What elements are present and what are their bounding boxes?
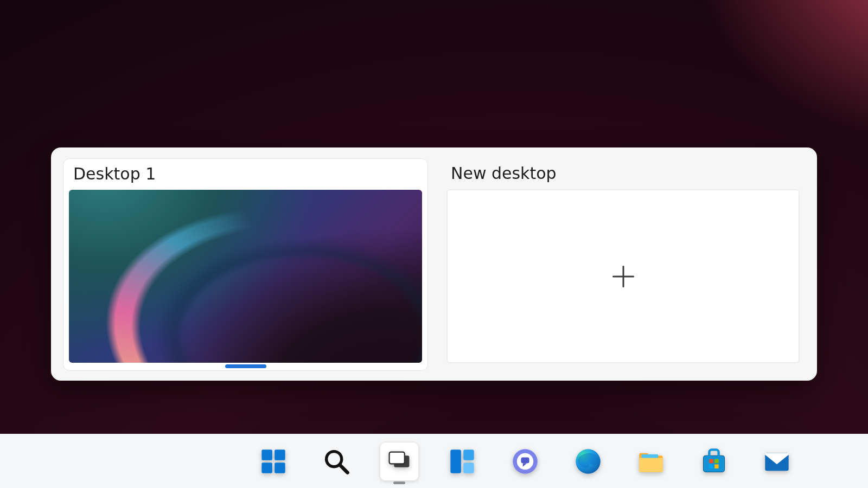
task-view-flyout: Desktop 1 New desktop (51, 147, 817, 381)
file-explorer-button[interactable] (631, 442, 671, 481)
taskview-icon (385, 447, 413, 476)
search-icon (322, 447, 350, 476)
svg-rect-0 (261, 450, 272, 460)
svg-rect-9 (463, 450, 474, 460)
svg-rect-16 (642, 454, 658, 458)
svg-rect-10 (463, 463, 474, 473)
svg-rect-19 (709, 459, 713, 463)
task-view-button[interactable] (380, 442, 419, 481)
svg-rect-20 (714, 459, 719, 463)
chat-icon (511, 447, 539, 476)
svg-rect-22 (714, 464, 719, 468)
new-desktop-thumbnail[interactable] (446, 189, 800, 363)
plus-icon (612, 266, 634, 287)
svg-rect-15 (639, 458, 662, 472)
edge-icon (574, 447, 602, 476)
svg-rect-3 (275, 463, 285, 473)
microsoft-store-button[interactable] (694, 442, 733, 481)
new-desktop-label: New desktop (451, 164, 800, 183)
chat-button[interactable] (506, 442, 545, 481)
search-button[interactable] (317, 442, 356, 481)
svg-rect-13 (521, 457, 529, 463)
active-desktop-indicator (225, 364, 266, 368)
desktop-card-1[interactable]: Desktop 1 (63, 158, 428, 371)
widgets-icon (448, 447, 476, 476)
desktop-thumbnail[interactable] (69, 190, 422, 363)
edge-button[interactable] (569, 442, 608, 481)
svg-rect-17 (704, 455, 725, 472)
mail-button[interactable] (757, 442, 796, 481)
svg-rect-21 (709, 464, 713, 468)
widgets-button[interactable] (443, 442, 482, 481)
svg-rect-2 (261, 463, 272, 473)
desktop-label: Desktop 1 (73, 164, 422, 183)
new-desktop-card[interactable]: New desktop (441, 158, 805, 371)
taskbar (0, 434, 868, 488)
svg-rect-8 (450, 450, 461, 473)
mail-icon (763, 447, 791, 476)
store-icon (700, 447, 728, 476)
svg-rect-1 (275, 450, 285, 460)
explorer-icon (637, 447, 665, 476)
start-button[interactable] (254, 442, 293, 481)
svg-rect-7 (390, 452, 405, 464)
start-icon (259, 447, 288, 476)
svg-line-5 (340, 465, 348, 472)
